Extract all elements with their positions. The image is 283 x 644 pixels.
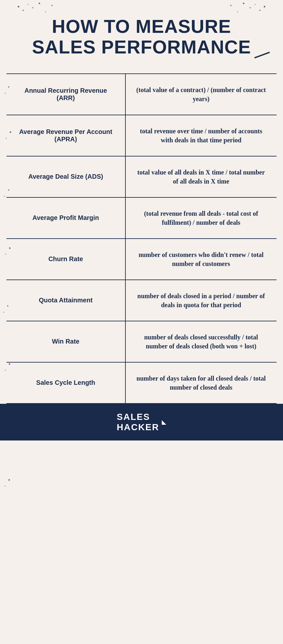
metric-formula: total revenue over time / number of acco… [135, 127, 267, 145]
metric-name: Win Rate [16, 338, 115, 345]
metric-formula: number of deals closed in a period / num… [135, 291, 267, 309]
table-row: Sales Cycle Lengthnumber of days taken f… [6, 362, 277, 403]
metric-name: Quota Attainment [16, 297, 115, 304]
metric-formula: number of deals closed successfully / to… [135, 333, 267, 351]
footer-logo-line2: HACKER [117, 422, 159, 432]
metric-formula-cell: total revenue over time / number of acco… [125, 115, 277, 156]
footer-logo: SALES HACKER [117, 412, 166, 432]
metric-name: Average Profit Margin [16, 214, 115, 222]
metrics-table: Annual Recurring Revenue (ARR)(total val… [6, 73, 277, 404]
metric-name-cell: Average Revenue Per Account (APRA) [6, 115, 125, 156]
table-row: Average Deal Size (ADS)total value of al… [6, 156, 277, 197]
table-row: Annual Recurring Revenue (ARR)(total val… [6, 74, 277, 115]
metric-formula-cell: total value of all deals in X time / tot… [125, 156, 277, 197]
logo-arrow-icon [162, 420, 166, 425]
metric-name: Annual Recurring Revenue (ARR) [16, 87, 115, 102]
metric-formula-cell: number of deals closed in a period / num… [125, 280, 277, 321]
metric-formula: total value of all deals in X time / tot… [135, 168, 267, 186]
metric-name-cell: Win Rate [6, 321, 125, 362]
metric-name: Average Revenue Per Account (APRA) [16, 128, 115, 143]
metric-name-cell: Average Deal Size (ADS) [6, 156, 125, 197]
metric-name: Churn Rate [16, 255, 115, 263]
header-section: HOW TO MEASURESALES PERFORMANCE [0, 0, 283, 67]
metric-formula-cell: number of deals closed successfully / to… [125, 321, 277, 362]
metric-name-cell: Annual Recurring Revenue (ARR) [6, 74, 125, 115]
table-row: Average Profit Margin(total revenue from… [6, 197, 277, 239]
metric-formula: number of days taken for all closed deal… [135, 374, 267, 392]
metric-name-cell: Quota Attainment [6, 280, 125, 321]
table-row: Win Ratenumber of deals closed successfu… [6, 321, 277, 362]
page-wrapper: HOW TO MEASURESALES PERFORMANCE Annual R… [0, 0, 283, 644]
table-row: Churn Ratenumber of customers who didn't… [6, 239, 277, 280]
metric-formula-cell: (total value of a contract) / (number of… [125, 74, 277, 115]
metric-formula: (total revenue from all deals - total co… [135, 209, 267, 227]
footer-logo-line1: SALES [117, 412, 150, 422]
metric-formula: number of customers who didn't renew / t… [135, 250, 267, 268]
page-title: HOW TO MEASURESALES PERFORMANCE [19, 16, 264, 57]
table-row: Quota Attainmentnumber of deals closed i… [6, 280, 277, 321]
table-section: Annual Recurring Revenue (ARR)(total val… [0, 67, 283, 404]
metric-formula-cell: (total revenue from all deals - total co… [125, 197, 277, 239]
table-row: Average Revenue Per Account (APRA)total … [6, 115, 277, 156]
metric-name-cell: Churn Rate [6, 239, 125, 280]
metric-name: Average Deal Size (ADS) [16, 173, 115, 180]
footer-section: SALES HACKER [0, 404, 283, 440]
metric-name: Sales Cycle Length [16, 379, 115, 386]
metric-formula-cell: number of customers who didn't renew / t… [125, 239, 277, 280]
metric-formula-cell: number of days taken for all closed deal… [125, 362, 277, 403]
metric-name-cell: Average Profit Margin [6, 197, 125, 239]
metric-name-cell: Sales Cycle Length [6, 362, 125, 403]
metric-formula: (total value of a contract) / (number of… [135, 85, 267, 103]
